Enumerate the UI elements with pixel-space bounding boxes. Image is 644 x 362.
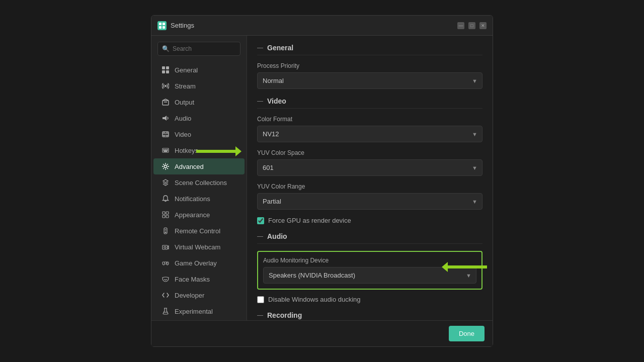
sidebar-label-appearance: Appearance [175, 211, 210, 219]
yuv-color-range-select-wrapper: Partial Full ▼ [257, 193, 482, 210]
video-section: — Video Color Format NV12 I420 I444 RGB [257, 97, 482, 224]
gamepad-icon [162, 259, 170, 267]
svg-rect-21 [166, 215, 169, 218]
camera-icon [162, 243, 170, 251]
app-icon [157, 21, 167, 30]
color-format-select[interactable]: NV12 I420 I444 RGB [257, 126, 482, 142]
sidebar-item-stream[interactable]: Stream [153, 78, 245, 94]
sidebar-item-general[interactable]: General [153, 62, 245, 78]
sidebar-item-virtual-webcam[interactable]: Virtual Webcam [153, 239, 245, 255]
sidebar-label-face-masks: Face Masks [175, 276, 210, 283]
close-button[interactable]: ✕ [479, 22, 487, 29]
sidebar-label-general: General [175, 66, 198, 74]
speaker-icon [162, 114, 170, 122]
yuv-color-space-label: YUV Color Space [257, 149, 482, 156]
audio-section-header: — Audio [257, 232, 482, 244]
yuv-color-range-group: YUV Color Range Partial Full ▼ [257, 183, 482, 210]
maximize-button[interactable]: □ [468, 22, 475, 29]
flask-icon [162, 307, 170, 315]
yuv-color-space-group: YUV Color Space 601 709 2020 ▼ [257, 149, 482, 176]
sidebar-item-scene-collections[interactable]: Scene Collections [153, 174, 245, 191]
sidebar-item-output[interactable]: Output [153, 94, 245, 110]
sidebar-item-developer[interactable]: Developer [153, 287, 245, 303]
sidebar-label-remote-control: Remote Control [175, 227, 220, 235]
color-format-label: Color Format [257, 116, 482, 123]
sidebar-label-advanced: Advanced [175, 163, 204, 170]
sidebar-label-hotkeys: Hotkeys [175, 147, 198, 154]
recording-collapse-icon[interactable]: — [257, 312, 263, 319]
general-collapse-icon[interactable]: — [257, 44, 263, 51]
svg-point-26 [167, 262, 168, 263]
search-box[interactable]: 🔍 [157, 42, 240, 56]
bell-icon [162, 195, 170, 203]
general-section-title: General [267, 44, 293, 52]
svg-point-17 [165, 165, 167, 168]
svg-point-25 [164, 246, 166, 248]
mask-icon [162, 275, 170, 283]
sidebar-item-notifications[interactable]: Notifications [153, 191, 245, 207]
svg-rect-13 [164, 150, 165, 151]
sidebar-label-notifications: Notifications [175, 195, 210, 203]
search-input[interactable] [173, 45, 236, 52]
box-icon [162, 98, 170, 106]
recording-section-title: Recording [267, 311, 302, 319]
sidebar: 🔍 General [151, 36, 247, 320]
process-priority-select-wrapper: Normal Above Normal High Real Time ▼ [257, 72, 482, 89]
video-collapse-icon[interactable]: — [257, 98, 263, 105]
sidebar-item-appearance[interactable]: Appearance [153, 207, 245, 223]
video-section-header: — Video [257, 97, 482, 109]
color-format-group: Color Format NV12 I420 I444 RGB ▼ [257, 116, 482, 142]
sidebar-item-experimental[interactable]: Experimental [153, 303, 245, 319]
svg-rect-20 [163, 215, 165, 218]
audio-monitoring-highlighted-section: Audio Monitoring Device Speakers (NVIDIA… [257, 251, 482, 290]
main-content: — General Process Priority Normal Above … [247, 36, 493, 320]
window-controls: — □ ✕ [457, 22, 487, 29]
sidebar-item-video[interactable]: Video [153, 126, 245, 142]
process-priority-label: Process Priority [257, 62, 482, 69]
sidebar-label-developer: Developer [175, 292, 204, 299]
svg-rect-19 [166, 212, 169, 214]
audio-collapse-icon[interactable]: — [257, 233, 263, 240]
svg-rect-15 [167, 150, 168, 151]
sidebar-item-audio[interactable]: Audio [153, 110, 245, 126]
sidebar-label-video: Video [175, 131, 191, 138]
force-gpu-checkbox[interactable] [257, 217, 264, 224]
yuv-color-range-select[interactable]: Partial Full [257, 193, 482, 210]
video-section-title: Video [267, 97, 286, 105]
yuv-color-range-label: YUV Color Range [257, 183, 482, 190]
svg-point-8 [165, 85, 167, 87]
sidebar-label-scene-collections: Scene Collections [175, 179, 227, 187]
svg-point-23 [165, 232, 166, 233]
svg-rect-7 [166, 70, 169, 73]
grid-icon [162, 66, 170, 74]
svg-rect-5 [166, 66, 169, 69]
general-section-header: — General [257, 44, 482, 55]
sidebar-item-advanced[interactable]: Advanced [153, 158, 245, 174]
svg-rect-11 [163, 132, 169, 137]
window-title: Settings [171, 22, 457, 29]
process-priority-group: Process Priority Normal Above Normal Hig… [257, 62, 482, 89]
svg-rect-9 [163, 101, 169, 105]
yuv-color-space-select-wrapper: 601 709 2020 ▼ [257, 159, 482, 176]
svg-rect-6 [162, 70, 165, 73]
svg-rect-3 [163, 26, 165, 29]
disable-ducking-label: Disable Windows audio ducking [268, 296, 361, 303]
disable-ducking-row: Disable Windows audio ducking [257, 296, 482, 303]
color-format-select-wrapper: NV12 I420 I444 RGB ▼ [257, 126, 482, 142]
svg-rect-18 [163, 212, 165, 214]
minimize-button[interactable]: — [457, 22, 464, 29]
sidebar-item-remote-control[interactable]: Remote Control [153, 223, 245, 239]
svg-rect-0 [159, 23, 162, 25]
gear-icon [162, 162, 170, 170]
title-bar: Settings — □ ✕ [151, 16, 493, 36]
sidebar-item-face-masks[interactable]: Face Masks [153, 271, 245, 287]
sidebar-item-game-overlay[interactable]: Game Overlay [153, 255, 245, 271]
done-button[interactable]: Done [449, 326, 485, 341]
yuv-color-space-select[interactable]: 601 709 2020 [257, 159, 482, 176]
sidebar-label-audio: Audio [175, 115, 191, 122]
svg-rect-4 [162, 66, 165, 69]
palette-icon [162, 211, 170, 219]
settings-window: Settings — □ ✕ 🔍 [151, 15, 493, 347]
process-priority-select[interactable]: Normal Above Normal High Real Time [257, 72, 482, 89]
disable-ducking-checkbox[interactable] [257, 296, 264, 303]
